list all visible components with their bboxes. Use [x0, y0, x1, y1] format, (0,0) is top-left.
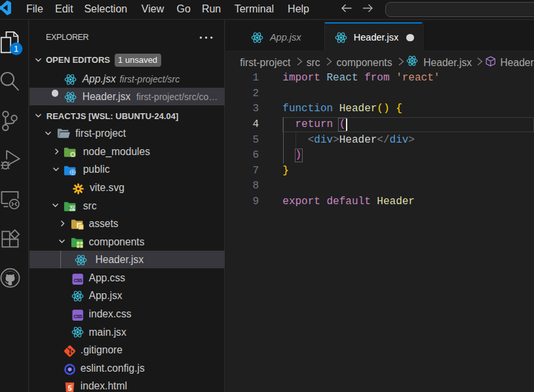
- svg-text:1: 1: [14, 44, 18, 54]
